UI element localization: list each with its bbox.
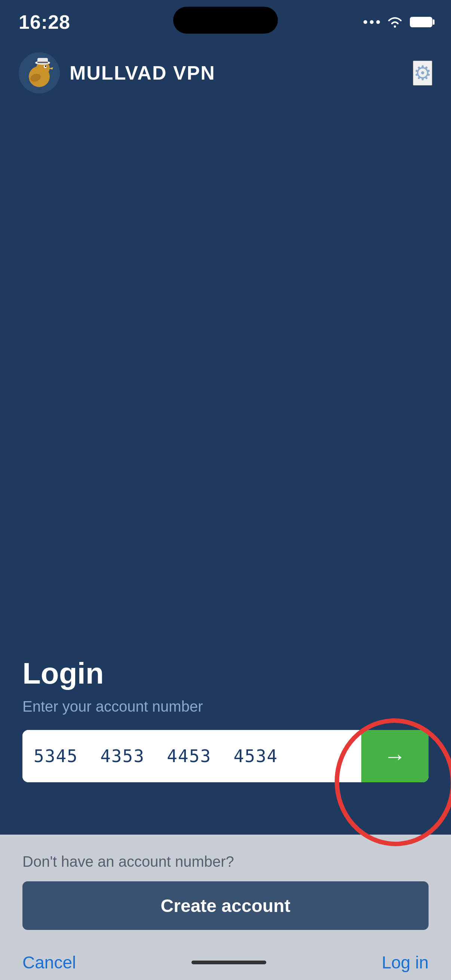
app-logo xyxy=(19,52,60,94)
status-icons xyxy=(363,16,432,28)
bottom-nav: Cancel Log in xyxy=(22,941,429,980)
settings-button[interactable]: ⚙ xyxy=(413,60,432,86)
header-logo-area: MULLVAD VPN xyxy=(19,52,215,94)
app-title: MULLVAD VPN xyxy=(70,62,215,84)
account-number-input[interactable] xyxy=(22,730,361,782)
status-bar: 16:28 xyxy=(0,0,451,37)
svg-point-4 xyxy=(45,65,46,67)
create-account-label: Create account xyxy=(161,896,290,916)
login-button[interactable]: Log in xyxy=(382,952,429,972)
login-section: Login Enter your account number → xyxy=(22,656,429,782)
login-subtitle: Enter your account number xyxy=(22,698,429,715)
dot2 xyxy=(370,20,374,24)
account-input-row: → xyxy=(22,730,429,782)
bottom-section: Don't have an account number? Create acc… xyxy=(0,835,451,980)
dot3 xyxy=(376,20,380,24)
wifi-icon xyxy=(387,16,403,28)
duck-icon xyxy=(22,56,56,90)
dot1 xyxy=(363,20,367,24)
signal-icon xyxy=(363,20,380,24)
svg-rect-7 xyxy=(37,62,48,63)
notch xyxy=(173,7,278,33)
create-account-button[interactable]: Create account xyxy=(22,881,429,930)
no-account-text: Don't have an account number? xyxy=(22,853,429,870)
main-content: Login Enter your account number → xyxy=(0,105,451,835)
login-title: Login xyxy=(22,656,429,691)
app-header: MULLVAD VPN ⚙ xyxy=(0,41,451,105)
screen: 16:28 xyxy=(0,0,451,980)
battery-icon xyxy=(410,17,432,27)
input-wrapper: → xyxy=(22,730,429,782)
home-indicator xyxy=(191,961,266,964)
arrow-icon: → xyxy=(384,743,406,769)
submit-button[interactable]: → xyxy=(361,730,429,782)
svg-point-0 xyxy=(394,25,396,28)
status-time: 16:28 xyxy=(19,11,70,33)
cancel-button[interactable]: Cancel xyxy=(22,952,76,972)
